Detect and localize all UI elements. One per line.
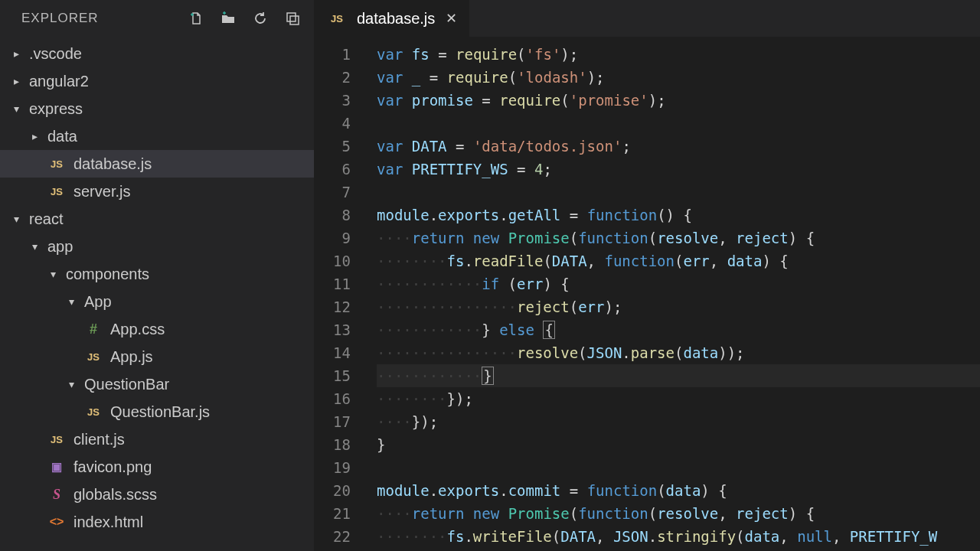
tree-item-label: index.html [74, 514, 143, 531]
collapse-all-icon[interactable] [285, 11, 300, 26]
tree-item-label: App.js [110, 348, 153, 366]
code-line[interactable]: var DATA = 'data/todos.json'; [377, 135, 980, 158]
chevron-right-icon: ▸ [11, 75, 21, 87]
js-file-icon: JS [47, 158, 66, 170]
code-line[interactable]: ····return new Promise(function(resolve,… [377, 502, 980, 525]
tab-bar[interactable]: JSdatabase.js✕ [314, 0, 980, 37]
tree-file[interactable]: JSserver.js [0, 178, 314, 205]
tree-item-label: database.js [74, 155, 152, 173]
code-line[interactable] [377, 112, 980, 135]
line-number: 4 [314, 112, 351, 135]
line-number: 14 [314, 341, 351, 364]
line-number: 15 [314, 364, 351, 387]
code-line[interactable]: var PRETTIFY_WS = 4; [377, 158, 980, 181]
tree-folder[interactable]: ▾app [0, 233, 314, 260]
tree-file[interactable]: JSclient.js [0, 425, 314, 453]
line-number: 17 [314, 410, 351, 433]
tree-file[interactable]: JSQuestionBar.js [0, 398, 314, 425]
tree-file[interactable]: <>index.html [0, 508, 314, 536]
tree-item-label: App [84, 293, 112, 311]
code-line[interactable] [377, 181, 980, 204]
tree-item-label: client.js [74, 431, 125, 448]
line-number: 5 [314, 135, 351, 158]
chevron-right-icon: ▸ [29, 130, 40, 142]
chevron-down-icon: ▾ [66, 378, 77, 390]
tree-folder[interactable]: ▾QuestionBar [0, 370, 314, 398]
js-file-icon: JS [84, 406, 103, 418]
js-file-icon: JS [328, 13, 346, 24]
code-line[interactable] [377, 456, 980, 479]
tree-file[interactable]: JSApp.js [0, 343, 314, 370]
line-number: 2 [314, 66, 351, 89]
code-line[interactable]: ····}); [377, 410, 980, 433]
scss-file-icon: S [47, 487, 66, 503]
code-line[interactable]: var promise = require('promise'); [377, 89, 980, 112]
tree-file[interactable]: JSdatabase.js [0, 150, 314, 178]
line-number: 19 [314, 456, 351, 479]
tree-folder[interactable]: ▾express [0, 95, 314, 122]
tree-item-label: components [66, 266, 149, 283]
chevron-right-icon: ▸ [11, 47, 21, 60]
code-line[interactable]: var _ = require('lodash'); [377, 66, 980, 89]
code-line[interactable]: ············if (err) { [377, 272, 980, 295]
tree-folder[interactable]: ▾react [0, 205, 314, 233]
line-number: 9 [314, 227, 351, 249]
code-line[interactable]: ················reject(err); [377, 295, 980, 318]
js-file-icon: JS [47, 186, 66, 197]
code-line[interactable]: ········fs.writeFile(DATA, JSON.stringif… [377, 525, 980, 548]
code-line[interactable]: module.exports.commit = function(data) { [377, 479, 980, 502]
line-number: 11 [314, 272, 351, 295]
file-tree[interactable]: ▸.vscode▸angular2▾express▸dataJSdatabase… [0, 37, 314, 551]
svg-rect-0 [287, 13, 296, 21]
line-number: 12 [314, 295, 351, 318]
tree-item-label: .vscode [29, 45, 82, 63]
code-line[interactable]: var fs = require('fs'); [377, 43, 980, 66]
chevron-down-icon: ▾ [47, 268, 58, 280]
close-icon[interactable]: ✕ [446, 10, 457, 27]
tree-item-label: angular2 [29, 73, 89, 90]
hash-file-icon: # [84, 321, 103, 337]
code-line[interactable]: ····return new Promise(function(resolve,… [377, 227, 980, 249]
chevron-down-icon: ▾ [29, 240, 40, 253]
code-content[interactable]: var fs = require('fs');var _ = require('… [369, 37, 980, 551]
line-number: 13 [314, 318, 351, 341]
line-number: 10 [314, 249, 351, 272]
line-number: 21 [314, 502, 351, 525]
tree-file[interactable]: Sglobals.scss [0, 481, 314, 508]
html-file-icon: <> [47, 515, 66, 529]
tree-item-label: express [29, 100, 83, 118]
tree-file[interactable]: ▣favicon.png [0, 453, 314, 481]
tab-label: database.js [357, 10, 435, 28]
chevron-down-icon: ▾ [11, 103, 21, 115]
code-line[interactable]: ············} [377, 364, 980, 387]
tree-folder[interactable]: ▾components [0, 260, 314, 288]
new-file-icon[interactable] [188, 11, 204, 26]
code-line[interactable]: ········fs.readFile(DATA, function(err, … [377, 249, 980, 272]
new-folder-icon[interactable] [220, 11, 236, 26]
tree-file[interactable]: #App.css [0, 315, 314, 343]
code-line[interactable]: ················resolve(JSON.parse(data)… [377, 341, 980, 364]
line-number: 7 [314, 181, 351, 204]
chevron-down-icon: ▾ [66, 295, 77, 308]
img-file-icon: ▣ [47, 460, 66, 474]
line-number: 8 [314, 204, 351, 227]
code-line[interactable]: } [377, 433, 980, 456]
refresh-icon[interactable] [253, 11, 268, 26]
line-number: 6 [314, 158, 351, 181]
tree-folder[interactable]: ▸.vscode [0, 40, 314, 67]
js-file-icon: JS [84, 351, 103, 363]
line-number: 22 [314, 525, 351, 548]
line-number: 20 [314, 479, 351, 502]
tree-folder[interactable]: ▾App [0, 288, 314, 315]
tree-folder[interactable]: ▸data [0, 122, 314, 150]
line-gutter: 12345678910111213141516171819202122 [314, 37, 369, 551]
tree-item-label: QuestionBar.js [110, 403, 210, 421]
code-area[interactable]: 12345678910111213141516171819202122 var … [314, 37, 980, 551]
code-line[interactable]: ············} else { [377, 318, 980, 341]
editor: JSdatabase.js✕ 1234567891011121314151617… [314, 0, 980, 551]
code-line[interactable]: ········}); [377, 387, 980, 410]
editor-tab[interactable]: JSdatabase.js✕ [314, 0, 470, 37]
tree-folder[interactable]: ▸angular2 [0, 67, 314, 95]
code-line[interactable]: module.exports.getAll = function() { [377, 204, 980, 227]
tree-item-label: QuestionBar [84, 376, 169, 393]
